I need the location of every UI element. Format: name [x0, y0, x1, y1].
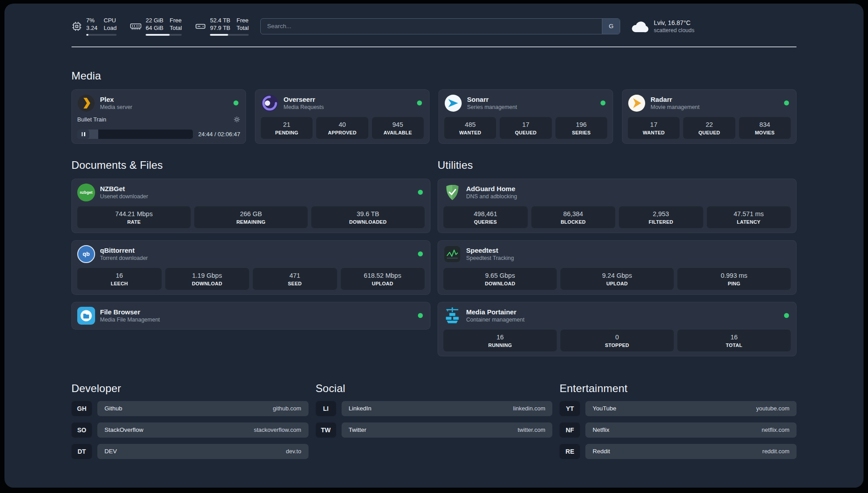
bookmark-abbr: YT: [559, 401, 580, 416]
stat-wanted: 485 WANTED: [444, 117, 496, 139]
service-card-qbittorrent[interactable]: qb qBittorrent Torrent downloader 16 LEE…: [71, 240, 430, 295]
search-input[interactable]: [261, 19, 602, 34]
stat-movies: 834 MOVIES: [739, 117, 791, 139]
service-description: Movie management: [651, 104, 700, 110]
bookmark-link[interactable]: LinkedIn linkedin.com: [342, 401, 553, 416]
stat-wanted: 17 WANTED: [628, 117, 680, 139]
playback-progress-bar[interactable]: [77, 130, 193, 139]
section-title-media: Media: [71, 70, 797, 82]
status-dot: [417, 100, 422, 105]
service-name: File Browser: [100, 308, 160, 316]
service-description: Series management: [467, 104, 517, 110]
disk-icon: [195, 21, 206, 32]
service-card-nzbget[interactable]: nzbget NZBGet Usenet downloader 744.21 M…: [71, 179, 430, 233]
top-bar: 7% 3.24 CPU Load: [71, 17, 797, 36]
bookmark-abbr: LI: [316, 401, 336, 416]
weather-widget: Lviv, 16.87°C scattered clouds: [631, 19, 694, 33]
stat-queries: 498,461 QUERIES: [443, 206, 528, 228]
speedtest-graph-icon: [443, 245, 461, 263]
section-utilities: Utilities AdGuard Home DNS and adblockin…: [438, 159, 797, 356]
disk-values: 52.4 TB 97.9 TB: [210, 17, 230, 32]
bookmark-link[interactable]: Reddit reddit.com: [585, 444, 797, 459]
bookmark-stackoverflow[interactable]: SO StackOverflow stackoverflow.com: [71, 422, 309, 438]
section-title-documents: Documents & Files: [71, 159, 430, 171]
service-name: Sonarr: [467, 96, 517, 103]
stat-series: 196 SERIES: [555, 117, 607, 139]
weather-condition: scattered clouds: [654, 27, 694, 33]
service-card-overseerr[interactable]: Overseerr Media Requests 21 PENDING 40 A…: [255, 89, 430, 144]
search-provider-button[interactable]: G: [602, 19, 620, 34]
bookmark-github[interactable]: GH Github github.com: [71, 401, 309, 416]
stat-leech: 16 LEECH: [77, 268, 162, 290]
service-card-sonarr[interactable]: Sonarr Series management 485 WANTED 17 Q…: [438, 89, 613, 144]
service-description: Media server: [100, 104, 132, 110]
stat-approved: 40 APPROVED: [316, 117, 368, 139]
service-card-filebrowser[interactable]: File Browser Media File Management: [71, 302, 430, 330]
section-title-utilities: Utilities: [438, 159, 797, 171]
bookmark-youtube[interactable]: YT YouTube youtube.com: [559, 401, 797, 416]
stat-blocked: 86,384 BLOCKED: [531, 206, 616, 228]
gear-icon[interactable]: [234, 116, 240, 123]
service-card-speedtest[interactable]: Speedtest Speedtest Tracking 9.65 Gbps D…: [438, 240, 797, 295]
memory-icon: [130, 21, 142, 31]
section-media: Media Plex Media server: [71, 70, 797, 144]
service-name: Radarr: [651, 96, 700, 103]
bookmark-link[interactable]: Netflix netflix.com: [585, 422, 797, 438]
bookmark-link[interactable]: Twitter twitter.com: [342, 422, 553, 438]
radarr-icon: [628, 94, 646, 112]
disk-widget: 52.4 TB 97.9 TB Free Total: [195, 17, 249, 36]
cloud-icon: [631, 20, 649, 33]
bookmark-abbr: TW: [316, 422, 336, 438]
service-description: Media File Management: [100, 317, 160, 323]
header-divider: [71, 46, 797, 47]
stat-download: 1.19 Gbps DOWNLOAD: [165, 268, 250, 290]
bookmark-group-developer: Developer GH Github github.com SO StackO…: [71, 382, 309, 459]
search-bar: G: [260, 18, 620, 34]
service-name: NZBGet: [100, 185, 148, 192]
resource-widgets: 7% 3.24 CPU Load: [71, 17, 249, 36]
disk-labels: Free Total: [237, 17, 249, 32]
stat-stopped: 0 STOPPED: [560, 330, 674, 351]
stat-pending: 21 PENDING: [261, 117, 313, 139]
section-title-entertainment: Entertainment: [559, 382, 797, 395]
bookmark-link[interactable]: Github github.com: [97, 401, 309, 416]
service-description: Speedtest Tracking: [466, 255, 514, 261]
service-card-radarr[interactable]: Radarr Movie management 17 WANTED 22 QUE…: [622, 89, 797, 144]
status-dot: [418, 313, 423, 318]
bookmark-link[interactable]: StackOverflow stackoverflow.com: [97, 422, 309, 438]
bookmark-twitter[interactable]: TW Twitter twitter.com: [316, 422, 553, 438]
disk-progress-bar: [210, 34, 249, 36]
bookmark-link[interactable]: DEV dev.to: [97, 444, 309, 459]
stat-latency: 47.571 ms LATENCY: [707, 206, 791, 228]
stat-total: 16 TOTAL: [677, 330, 791, 351]
filebrowser-icon: [77, 307, 95, 325]
bookmark-dev[interactable]: DT DEV dev.to: [71, 444, 309, 459]
service-card-plex[interactable]: Plex Media server Bullet Train: [71, 89, 246, 144]
service-name: Media Portainer: [466, 308, 525, 316]
portainer-crane-icon: [443, 307, 461, 325]
service-card-portainer[interactable]: Media Portainer Container management 16 …: [438, 302, 797, 356]
service-name: Overseerr: [284, 96, 324, 103]
stat-rate: 744.21 Mbps RATE: [77, 206, 191, 228]
stat-running: 16 RUNNING: [443, 330, 557, 351]
dashboard: 7% 3.24 CPU Load: [4, 4, 864, 488]
bookmark-link[interactable]: YouTube youtube.com: [585, 401, 797, 416]
stat-ping: 0.993 ms PING: [677, 268, 791, 290]
qbittorrent-icon: qb: [77, 245, 95, 263]
pause-button[interactable]: [77, 130, 89, 139]
stat-upload: 9.24 Gbps UPLOAD: [560, 268, 674, 290]
bookmark-reddit[interactable]: RE Reddit reddit.com: [559, 444, 797, 459]
bookmark-linkedin[interactable]: LI LinkedIn linkedin.com: [316, 401, 553, 416]
stat-upload: 618.52 Mbps UPLOAD: [341, 268, 425, 290]
status-dot: [784, 100, 789, 105]
bookmark-abbr: GH: [71, 401, 92, 416]
service-name: Speedtest: [466, 246, 514, 254]
status-dot: [784, 313, 789, 318]
bookmark-netflix[interactable]: NF Netflix netflix.com: [559, 422, 797, 438]
sonarr-icon: [444, 94, 462, 112]
service-description: Container management: [466, 317, 525, 323]
service-card-adguard[interactable]: AdGuard Home DNS and adblocking 498,461 …: [438, 179, 797, 233]
stat-filtered: 2,953 FILTERED: [619, 206, 703, 228]
cpu-progress-bar: [86, 34, 117, 36]
plex-icon: [77, 94, 95, 112]
